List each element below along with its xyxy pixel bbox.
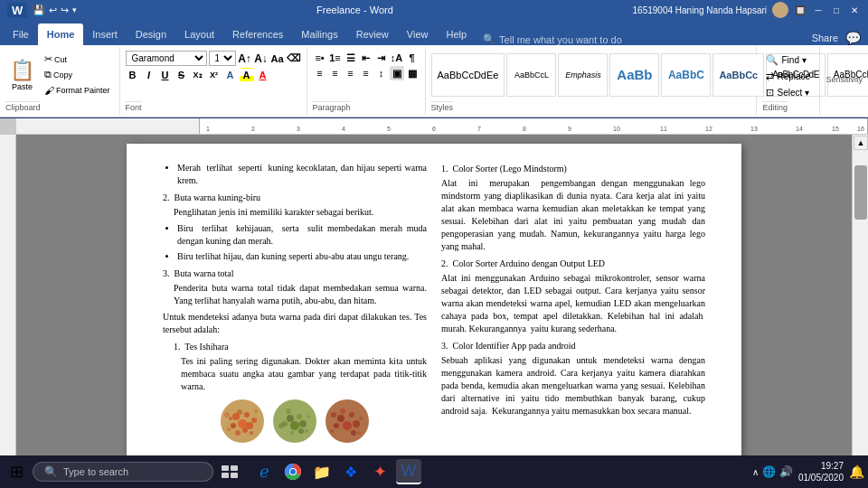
quick-access: 💾 ↩ ↪ ▾ (33, 5, 77, 16)
style-normal[interactable]: AaBbCcDdEe (431, 53, 505, 97)
save-icon[interactable]: 💾 (33, 5, 45, 16)
taskbar-search-icon: 🔍 (44, 465, 58, 478)
document-page[interactable]: Merah terlihat seperti kuning kecoklatan… (127, 144, 741, 464)
doc-left-column: Merah terlihat seperti kuning kecoklatan… (163, 162, 427, 444)
minimize-button[interactable]: ─ (812, 4, 825, 16)
section-3-conclusion: Untuk mendeteksi adanya buta warna pada … (163, 311, 427, 336)
tab-view[interactable]: View (398, 23, 438, 45)
ribbon: File Home Insert Design Layout Reference… (0, 20, 868, 118)
tab-home[interactable]: Home (38, 23, 84, 45)
increase-font-size-button[interactable]: A↑ (238, 52, 252, 66)
ribbon-display-icon[interactable]: 🔲 (794, 4, 807, 16)
style-caption[interactable]: AaBbCcL (506, 53, 556, 97)
tab-references[interactable]: References (223, 23, 292, 45)
scroll-right[interactable]: ▲ ▼ (852, 135, 868, 473)
tab-layout[interactable]: Layout (175, 23, 223, 45)
start-button[interactable]: ⊞ (4, 459, 29, 484)
tab-file[interactable]: File (4, 23, 38, 45)
italic-button[interactable]: I (142, 68, 156, 82)
section-2-num: 2. Buta warna kuning-biru (163, 191, 427, 204)
ruler-mark-5: 5 (387, 126, 391, 132)
format-painter-button[interactable]: 🖌 Format Painter (41, 83, 114, 98)
tray-arrow[interactable]: ∧ (752, 467, 759, 477)
increase-indent-button[interactable]: ⇥ (374, 51, 389, 65)
ruler-mark-7: 7 (477, 126, 481, 132)
share-button[interactable]: Share (812, 33, 838, 43)
find-button[interactable]: 🔍 Find ▾ (762, 52, 809, 68)
text-effects-button[interactable]: A (223, 68, 238, 82)
scroll-thumb[interactable] (854, 165, 867, 220)
chrome-icon[interactable] (280, 459, 306, 484)
replace-button[interactable]: ⇄ Replace (762, 69, 814, 84)
font-color-button[interactable]: A (256, 68, 270, 82)
undo-icon[interactable]: ↩ (49, 5, 57, 16)
style-emphasis[interactable]: Emphasis (558, 53, 608, 97)
change-case-button[interactable]: Aa (270, 52, 285, 66)
ishihara-circle-2 (272, 399, 317, 444)
edge-icon[interactable]: ℯ (251, 459, 277, 484)
tab-insert[interactable]: Insert (83, 23, 127, 45)
task-view-button[interactable] (217, 459, 242, 484)
ribbon-search[interactable]: Tell me what you want to do (499, 34, 622, 45)
bold-button[interactable]: B (126, 68, 140, 82)
document-area[interactable]: Merah terlihat seperti kuning kecoklatan… (16, 135, 852, 473)
notification-center[interactable]: 🔔 (849, 465, 864, 479)
align-center-button[interactable]: ≡ (328, 66, 343, 80)
ruler-mark-10: 10 (613, 126, 620, 132)
ruler-mark-14: 14 (796, 126, 803, 132)
decrease-font-size-button[interactable]: A↓ (254, 52, 269, 66)
taskbar-search-placeholder[interactable]: Type to search (63, 466, 128, 477)
maximize-button[interactable]: □ (830, 4, 843, 16)
doc-right-column: 1. Color Sorter (Lego Mindstorm) Alat in… (441, 162, 705, 444)
style-h1[interactable]: AaBb‌ (609, 53, 659, 97)
shading-button[interactable]: ▣ (390, 66, 404, 80)
subscript-button[interactable]: X₂ (191, 68, 205, 82)
font-name-select[interactable]: Garamond (126, 51, 207, 66)
highlight-color-button[interactable]: A (240, 68, 254, 82)
multilevel-list-button[interactable]: ☰ (344, 51, 358, 65)
scroll-left (0, 135, 16, 473)
decrease-indent-button[interactable]: ⇤ (359, 51, 373, 65)
superscript-button[interactable]: X² (207, 68, 222, 82)
font-size-select[interactable]: 11 (209, 51, 236, 66)
line-spacing-button[interactable]: ↕ (374, 66, 389, 80)
comments-icon[interactable]: 💬 (845, 31, 861, 45)
tab-mailings[interactable]: Mailings (292, 23, 346, 45)
editing-label: Editing (762, 101, 788, 113)
numbering-button[interactable]: 1≡ (328, 51, 343, 65)
word-taskbar-icon[interactable]: W (396, 459, 421, 484)
network-icon[interactable]: 🌐 (762, 465, 776, 478)
scroll-up-button[interactable]: ▲ (854, 136, 868, 150)
border-button[interactable]: ▦ (405, 66, 420, 80)
clock[interactable]: 19:27 01/05/2020 (798, 460, 844, 483)
replace-label: Replace (777, 71, 810, 81)
select-button[interactable]: ⊡ Select ▾ (762, 85, 813, 100)
svg-point-21 (286, 408, 291, 414)
strikethrough-button[interactable]: S (175, 68, 189, 82)
paste-button[interactable]: 📋 Paste (5, 56, 39, 94)
style-h2[interactable]: AaBbC (661, 53, 711, 97)
tab-review[interactable]: Review (347, 23, 398, 45)
file-explorer-icon[interactable]: 📁 (309, 459, 335, 484)
align-right-button[interactable]: ≡ (344, 66, 358, 80)
swift-icon[interactable]: ✦ (367, 459, 392, 484)
bullets-button[interactable]: ≡• (313, 51, 327, 65)
svg-point-2 (244, 412, 250, 418)
cut-button[interactable]: ✂ Cut (41, 52, 114, 67)
ribbon-content: 📋 Paste ✂ Cut ⧉ Copy 🖌 Format Painter (0, 45, 868, 117)
copy-button[interactable]: ⧉ Copy (41, 68, 114, 82)
justify-button[interactable]: ≡ (359, 66, 373, 80)
underline-button[interactable]: U (158, 68, 173, 82)
svg-point-26 (305, 429, 308, 433)
close-button[interactable]: ✕ (848, 4, 861, 16)
tab-design[interactable]: Design (127, 23, 175, 45)
tab-help[interactable]: Help (437, 23, 476, 45)
clear-format-button[interactable]: ⌫ (287, 52, 301, 66)
volume-icon[interactable]: 🔊 (779, 465, 793, 478)
align-left-button[interactable]: ≡ (313, 66, 327, 80)
sort-button[interactable]: ↕A (390, 51, 404, 65)
taskbar-search[interactable]: 🔍 Type to search (33, 462, 213, 482)
redo-icon[interactable]: ↪ (61, 5, 69, 16)
dropbox-icon[interactable]: ❖ (338, 459, 363, 484)
show-marks-button[interactable]: ¶ (405, 51, 420, 65)
